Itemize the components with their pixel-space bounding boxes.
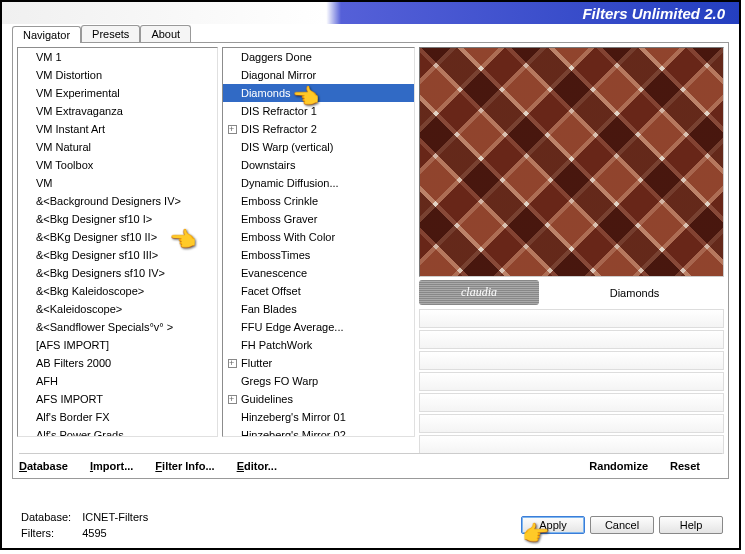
list-item[interactable]: Guidelines [223, 390, 414, 408]
btn-filter-info[interactable]: Filter Info... [155, 460, 214, 472]
list-item[interactable]: Daggers Done [223, 48, 414, 66]
btn-import[interactable]: Import... [90, 460, 133, 472]
list-item[interactable]: Gregs FO Warp [223, 372, 414, 390]
list-item[interactable]: Fan Blades [223, 300, 414, 318]
list-item[interactable]: DIS Warp (vertical) [223, 138, 414, 156]
list-item[interactable]: VM Experimental [18, 84, 217, 102]
list-item[interactable]: &<Bkg Designers sf10 IV> [18, 264, 217, 282]
tabstrip: Navigator Presets About [12, 25, 739, 42]
list-item[interactable]: Hinzeberg's Mirror 02 [223, 426, 414, 437]
tab-about[interactable]: About [140, 25, 191, 42]
list-item[interactable]: &<Kaleidoscope> [18, 300, 217, 318]
title-bar: Filters Unlimited 2.0 [2, 2, 739, 24]
list-item[interactable]: Diagonal Mirror [223, 66, 414, 84]
filter-name-label: Diamonds [545, 287, 724, 299]
list-item[interactable]: VM Natural [18, 138, 217, 156]
list-item[interactable]: VM [18, 174, 217, 192]
btn-editor[interactable]: Editor... [237, 460, 277, 472]
param-slot [419, 372, 724, 391]
list-item[interactable]: Emboss With Color [223, 228, 414, 246]
cancel-button[interactable]: Cancel [590, 516, 654, 534]
list-item[interactable]: Alf's Border FX [18, 408, 217, 426]
list-item[interactable]: [AFS IMPORT] [18, 336, 217, 354]
list-item[interactable]: FFU Edge Average... [223, 318, 414, 336]
list-item[interactable]: Emboss Graver [223, 210, 414, 228]
list-item[interactable]: FH PatchWork [223, 336, 414, 354]
list-item[interactable]: Facet Offset [223, 282, 414, 300]
param-slot[interactable] [419, 309, 724, 328]
list-item[interactable]: &<Bkg Designer sf10 III> [18, 246, 217, 264]
list-item[interactable]: Alf's Power Grads [18, 426, 217, 437]
apply-button[interactable]: Apply [521, 516, 585, 534]
watermark: claudia [419, 280, 539, 305]
status-info: Database:ICNET-Filters Filters:4595 [18, 508, 151, 542]
category-list[interactable]: VM 1VM DistortionVM ExperimentalVM Extra… [17, 47, 218, 437]
list-item[interactable]: Dynamic Diffusion... [223, 174, 414, 192]
list-item[interactable]: VM Toolbox [18, 156, 217, 174]
list-item[interactable]: VM Distortion [18, 66, 217, 84]
param-slot [419, 330, 724, 349]
list-item[interactable]: &<BKg Designer sf10 II> [18, 228, 217, 246]
list-item[interactable]: &<Background Designers IV> [18, 192, 217, 210]
param-slot [419, 414, 724, 433]
list-item[interactable]: Hinzeberg's Mirror 01 [223, 408, 414, 426]
tab-presets[interactable]: Presets [81, 25, 140, 42]
list-item[interactable]: AFH [18, 372, 217, 390]
param-slot [419, 435, 724, 454]
list-item[interactable]: Downstairs [223, 156, 414, 174]
list-item[interactable]: Evanescence [223, 264, 414, 282]
filter-list[interactable]: Daggers DoneDiagonal MirrorDiamondsDIS R… [222, 47, 415, 437]
preview-pane: claudia Diamonds [419, 47, 724, 437]
help-button[interactable]: Help [659, 516, 723, 534]
list-item[interactable]: DIS Refractor 1 [223, 102, 414, 120]
list-item[interactable]: Flutter [223, 354, 414, 372]
btn-reset[interactable]: Reset [670, 460, 700, 472]
btn-randomize[interactable]: Randomize [589, 460, 648, 472]
list-item[interactable]: &<Bkg Kaleidoscope> [18, 282, 217, 300]
list-item[interactable]: VM Extravaganza [18, 102, 217, 120]
list-item[interactable]: VM 1 [18, 48, 217, 66]
list-item[interactable]: EmbossTimes [223, 246, 414, 264]
list-item[interactable]: &<Bkg Designer sf10 I> [18, 210, 217, 228]
list-item[interactable]: AFS IMPORT [18, 390, 217, 408]
btn-database[interactable]: Database [19, 460, 68, 472]
list-item[interactable]: Emboss Crinkle [223, 192, 414, 210]
list-item[interactable]: Diamonds [223, 84, 414, 102]
list-item[interactable]: &<Sandflower Specials°v° > [18, 318, 217, 336]
list-item[interactable]: VM Instant Art [18, 120, 217, 138]
toolbar: Database Import... Filter Info... Editor… [19, 453, 722, 472]
param-slot [419, 351, 724, 370]
param-slot [419, 393, 724, 412]
preview-image [419, 47, 724, 277]
list-item[interactable]: DIS Refractor 2 [223, 120, 414, 138]
tab-navigator[interactable]: Navigator [12, 26, 81, 43]
list-item[interactable]: AB Filters 2000 [18, 354, 217, 372]
